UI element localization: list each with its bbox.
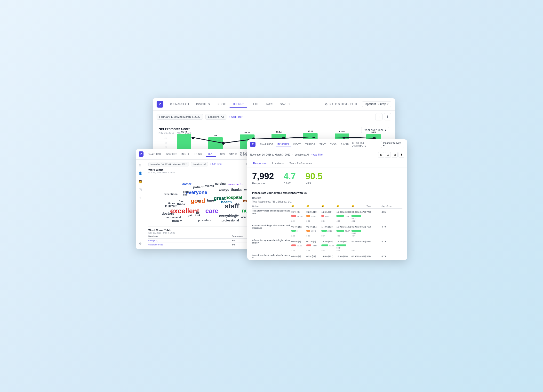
tab-build-distribute[interactable]: ⚙ BUILD & DISTRIBUTE — [322, 101, 361, 108]
tab-saved[interactable]: SAVED — [277, 101, 293, 107]
bar-label-2021: 92.46 — [339, 130, 345, 133]
text-tab-trends[interactable]: TRENDS — [192, 152, 205, 157]
sidebar-icon-settings[interactable]: ⚙ — [137, 241, 144, 247]
text-tab-text[interactable]: TEXT — [206, 152, 216, 157]
sidebar-icon-check[interactable]: ☑ — [137, 187, 144, 193]
survey-selector[interactable]: Inpatient Survey ▾ — [362, 101, 391, 107]
date-filter[interactable]: February 1, 2022 to March 4, 2022 — [157, 114, 203, 120]
nps-label: NPS — [305, 182, 322, 185]
bar-label-2022: 90.5 — [371, 131, 376, 133]
word-thanks[interactable]: thanks — [231, 188, 242, 192]
metric-nps: 90.5 NPS — [305, 171, 322, 185]
snap-tab-snapshot[interactable]: SNAPSHOT — [258, 142, 275, 147]
word-recommend[interactable]: recommend — [166, 216, 181, 219]
text-sidebar: ⊞ 👤 🧑 ☑ + ⚙ — [136, 160, 145, 249]
word-health[interactable]: health — [221, 200, 232, 204]
csat-label: CSAT — [284, 182, 296, 185]
snap-content-tabs: Responses Locations Team Performance — [247, 160, 407, 167]
snapshot-logo: Z — [250, 142, 256, 147]
word-patient[interactable]: patient — [193, 185, 204, 189]
word-always[interactable]: always — [219, 188, 229, 192]
tab-insights[interactable]: INSIGHTS — [193, 101, 213, 107]
tab-text[interactable]: TEXT — [248, 101, 262, 107]
snap-tab-saved[interactable]: SAVED — [339, 142, 351, 147]
snap-tab-inbox[interactable]: INBOX — [291, 142, 303, 147]
snap-icon-btn-1[interactable]: ⊟ — [378, 152, 384, 158]
snap-location-filter[interactable]: Locations: All — [295, 153, 309, 156]
sidebar-icon-grid[interactable]: ⊞ — [137, 162, 144, 168]
word-care[interactable]: care — [205, 207, 218, 215]
snap-tab-responses[interactable]: Responses — [250, 160, 269, 167]
snap-add-filter[interactable]: + Add Filter — [311, 153, 323, 156]
word-took[interactable]: took — [195, 214, 200, 217]
word-exceptional[interactable]: exceptional — [164, 193, 178, 196]
snap-tab-trends[interactable]: TRENDS — [303, 142, 317, 147]
word-nursing[interactable]: nursing — [215, 182, 226, 185]
sidebar-icon-user[interactable]: 🧑 — [137, 179, 144, 185]
main-top-nav: Z ⊞ SNAPSHOT INSIGHTS INBOX TRENDS TEXT … — [153, 98, 395, 111]
word-link-excellent[interactable]: excellent (562) — [148, 243, 232, 246]
tab-inbox[interactable]: INBOX — [214, 101, 229, 107]
word-feel[interactable]: feel — [196, 199, 201, 203]
responses-value: 7,992 — [252, 171, 274, 181]
word-nice[interactable]: nice — [234, 203, 240, 206]
text-tab-tags[interactable]: TAGS — [216, 152, 226, 157]
sidebar-icon-add[interactable]: + — [137, 195, 144, 201]
word-went[interactable]: went — [241, 216, 247, 219]
word-wonderful[interactable]: wonderful — [228, 182, 243, 186]
tab-tags[interactable]: TAGS — [263, 101, 276, 107]
word-everything[interactable]: everything — [219, 214, 236, 218]
word-food[interactable]: food — [179, 200, 184, 203]
snap-tab-locations[interactable]: Locations — [269, 160, 287, 167]
chevron-down-icon: ▾ — [385, 128, 386, 132]
sidebar-icon-person[interactable]: 👤 — [137, 170, 144, 177]
text-tab-saved[interactable]: SAVED — [227, 152, 239, 157]
table-row: The attentiveness and compassion and car… — [252, 209, 402, 223]
snap-icon-btn-4[interactable]: ⬇ — [399, 152, 404, 158]
word-time[interactable]: time — [207, 198, 214, 202]
snapshot-top-nav: Z SNAPSHOT INSIGHTS INBOX TRENDS TEXT TA… — [247, 139, 407, 150]
snap-tab-insights[interactable]: INSIGHTS — [276, 142, 291, 147]
word-link-care[interactable]: care (374) — [148, 239, 232, 242]
snap-date-filter[interactable]: November 16, 2016 to March 3, 2022 — [250, 153, 290, 156]
word-doctor[interactable]: doctor — [182, 182, 191, 186]
tab-trends[interactable]: TRENDS — [230, 101, 247, 108]
text-add-filter[interactable]: + Add Filter — [210, 163, 222, 165]
snap-sub-detail: Total Responses: 7851 Skipped: 141 — [247, 200, 407, 204]
word-friendly[interactable]: friendly — [172, 219, 182, 222]
word-procedure[interactable]: procedure — [198, 219, 211, 222]
tab-snapshot[interactable]: ⊞ SNAPSHOT — [167, 101, 192, 107]
snap-tab-tags[interactable]: TAGS — [328, 142, 338, 147]
text-date-filter[interactable]: November 16, 2016 to March 4, 2022 — [148, 162, 189, 166]
text-tab-inbox[interactable]: INBOX — [180, 152, 191, 157]
text-logo: Z — [139, 151, 144, 157]
word-professional[interactable]: professional — [222, 219, 239, 222]
bar-label-2017: 83 — [214, 134, 217, 137]
snap-icon-btn-3[interactable]: ⊞ — [392, 152, 398, 158]
snap-build-distribute[interactable]: ⚙ BUILD & DISTRIBUTE — [352, 142, 378, 147]
word-thank[interactable]: thank — [177, 202, 185, 206]
word-overall[interactable]: overall — [205, 184, 214, 188]
snap-tab-team[interactable]: Team Performance — [287, 160, 315, 167]
word-one[interactable]: one — [236, 196, 241, 199]
bar-label-2019: 89.84 — [276, 131, 282, 133]
snap-icon-btn-2[interactable]: ⊡ — [385, 152, 391, 158]
location-filter[interactable]: Locations: All — [205, 114, 226, 120]
bar-label-2020: 93.14 — [308, 130, 313, 133]
word-everyone[interactable]: everyone — [186, 190, 207, 195]
add-filter-button[interactable]: + Add Filter — [229, 115, 242, 118]
text-tab-snapshot[interactable]: SNAPSHOT — [146, 152, 163, 157]
snap-survey-selector[interactable]: Inpatient Survey ▾ — [381, 141, 404, 148]
text-location-filter[interactable]: Locations: All — [191, 162, 208, 166]
word-like[interactable]: like — [183, 193, 187, 196]
word-times[interactable]: times — [168, 202, 175, 205]
metric-csat: 4.7 CSAT — [284, 171, 296, 185]
text-tab-insights[interactable]: INSIGHTS — [164, 152, 179, 157]
table-row: Information by anaesthesiologist before … — [252, 238, 402, 253]
download-icon-button[interactable]: ⬇ — [384, 113, 391, 120]
table-row: Anaesthesiologist explanation/answers to… — [252, 253, 402, 260]
word-doctors[interactable]: doctors — [162, 212, 174, 215]
snap-tab-text[interactable]: TEXT — [318, 142, 328, 147]
word-get[interactable]: get — [188, 214, 192, 217]
share-icon-button[interactable]: ⊡ — [375, 113, 383, 120]
